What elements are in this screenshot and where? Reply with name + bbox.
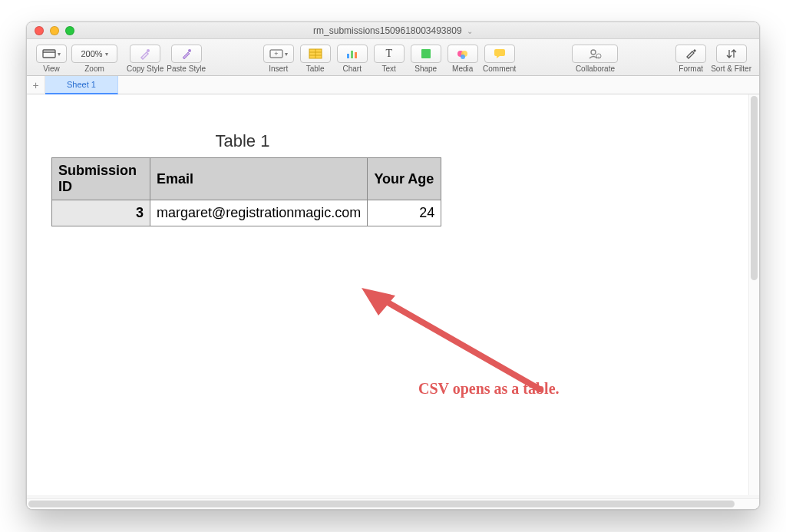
col-header-email[interactable]: Email: [150, 158, 368, 200]
shape-button[interactable]: Shape: [409, 45, 443, 73]
svg-rect-13: [421, 49, 431, 58]
media-button[interactable]: Media: [446, 45, 480, 73]
sort-filter-button[interactable]: Sort & Filter: [711, 45, 751, 73]
table-label: Table: [306, 64, 325, 73]
view-icon: [42, 49, 56, 58]
sort-label: Sort & Filter: [711, 64, 751, 73]
sort-icon: [725, 48, 738, 59]
svg-rect-12: [355, 52, 357, 58]
view-label: View: [43, 64, 60, 73]
window-title: rm_submissions1509618003493809 ⌄: [27, 25, 759, 36]
minimize-window-button[interactable]: [50, 26, 59, 35]
annotation-text: CSV opens as a table.: [418, 380, 560, 398]
plus-icon: +: [32, 79, 38, 91]
svg-rect-10: [347, 54, 349, 58]
zoom-value: 200%: [81, 49, 102, 58]
paste-style-label: Paste Style: [167, 64, 206, 73]
text-button[interactable]: T Text: [372, 45, 406, 73]
eyedropper-icon: [139, 48, 151, 60]
cell-age[interactable]: 24: [368, 200, 441, 226]
shape-icon: [421, 48, 431, 59]
svg-text:+: +: [598, 55, 601, 59]
col-header-submission-id[interactable]: Submission ID: [52, 158, 150, 200]
toolbar-left-group: ▾ View 200% ▾ Zoom: [35, 45, 117, 73]
media-icon: [457, 48, 469, 59]
add-sheet-button[interactable]: +: [27, 76, 45, 94]
chart-icon: [345, 48, 359, 59]
copy-style-button[interactable]: Copy Style: [127, 45, 163, 73]
sheet-tab-strip: + Sheet 1: [27, 76, 759, 94]
copy-style-label: Copy Style: [127, 64, 163, 73]
view-button[interactable]: ▾ View: [35, 45, 68, 73]
comment-label: Comment: [483, 64, 516, 73]
col-header-age[interactable]: Your Age: [368, 158, 441, 200]
svg-marker-22: [362, 288, 395, 316]
svg-rect-17: [494, 49, 505, 56]
svg-text:+: +: [274, 50, 278, 58]
collaborate-button[interactable]: + Collaborate: [572, 45, 618, 73]
shape-label: Shape: [414, 64, 437, 73]
chevron-down-icon: ▾: [105, 51, 108, 58]
toolbar-center-group: + ▾ Insert Table: [262, 45, 517, 73]
fullscreen-window-button[interactable]: [65, 26, 74, 35]
sheet-tab-1[interactable]: Sheet 1: [45, 76, 118, 94]
sheet-tab-label: Sheet 1: [67, 80, 96, 89]
paintbrush-icon: [685, 48, 697, 59]
text-label: Text: [382, 64, 396, 73]
svg-line-21: [378, 297, 540, 389]
chevron-down-icon: ▾: [58, 51, 61, 58]
table-button[interactable]: Table: [299, 45, 332, 73]
table-header-row: Submission ID Email Your Age: [52, 158, 441, 200]
svg-point-3: [188, 49, 191, 52]
toolbar: ▾ View 200% ▾ Zoom: [27, 39, 759, 76]
vertical-scrollbar-thumb[interactable]: [751, 96, 758, 280]
table-title: Table 1: [51, 131, 434, 151]
table-row: 3 margaret@registrationmagic.com 24: [52, 200, 441, 226]
window-title-text: rm_submissions1509618003493809: [313, 25, 461, 36]
svg-point-18: [591, 50, 596, 55]
table-container: Table 1 Submission ID Email Your Age 3 m…: [51, 131, 441, 226]
title-chevron-icon[interactable]: ⌄: [467, 27, 473, 35]
paste-style-button[interactable]: Paste Style: [167, 45, 206, 73]
table-icon: [309, 48, 322, 59]
vertical-scrollbar[interactable]: [748, 94, 759, 495]
data-table[interactable]: Submission ID Email Your Age 3 margaret@…: [51, 157, 441, 226]
chevron-down-icon: ▾: [285, 51, 288, 58]
insert-button[interactable]: + ▾ Insert: [262, 45, 296, 73]
format-button[interactable]: Format: [674, 45, 708, 73]
comment-icon: [494, 48, 506, 59]
eyedropper-fill-icon: [180, 48, 193, 60]
toolbar-style-group: Copy Style Paste Style: [127, 45, 206, 73]
text-icon: T: [385, 48, 392, 60]
title-bar: rm_submissions1509618003493809 ⌄: [27, 22, 759, 39]
svg-point-2: [147, 49, 150, 52]
collaborate-icon: +: [588, 48, 602, 59]
app-window: rm_submissions1509618003493809 ⌄ ▾ View: [26, 21, 760, 510]
svg-rect-0: [43, 50, 55, 58]
collaborate-label: Collaborate: [576, 64, 615, 73]
chart-label: Chart: [342, 64, 361, 73]
horizontal-scrollbar[interactable]: [27, 498, 759, 509]
chart-button[interactable]: Chart: [335, 45, 369, 73]
cell-submission-id[interactable]: 3: [52, 200, 150, 226]
svg-rect-11: [351, 51, 353, 58]
horizontal-scrollbar-thumb[interactable]: [28, 501, 735, 507]
insert-icon: +: [269, 49, 283, 58]
spreadsheet-canvas[interactable]: Table 1 Submission ID Email Your Age 3 m…: [27, 94, 759, 495]
insert-label: Insert: [269, 64, 288, 73]
comment-button[interactable]: Comment: [483, 45, 517, 73]
zoom-button[interactable]: 200% ▾ Zoom: [71, 45, 117, 73]
zoom-label: Zoom: [84, 64, 104, 73]
format-label: Format: [679, 64, 703, 73]
media-label: Media: [452, 64, 473, 73]
close-window-button[interactable]: [35, 26, 44, 35]
window-controls: [35, 26, 74, 35]
toolbar-right-group: Format Sort & Filter: [674, 45, 751, 73]
svg-point-16: [461, 55, 465, 59]
cell-email[interactable]: margaret@registrationmagic.com: [150, 200, 368, 226]
